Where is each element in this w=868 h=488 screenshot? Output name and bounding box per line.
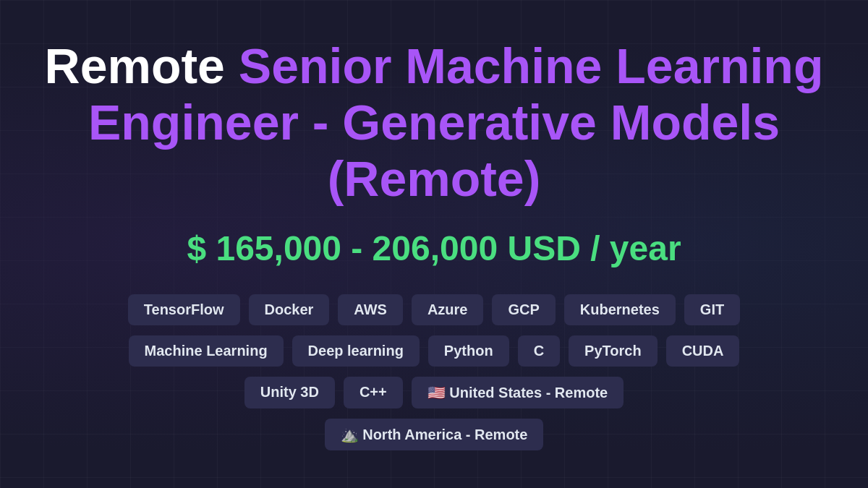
job-title: Remote Senior Machine Learning Engineer … (29, 38, 839, 207)
skill-tag: Machine Learning (129, 335, 284, 367)
skill-tag: C++ (344, 377, 403, 408)
main-container: Remote Senior Machine Learning Engineer … (0, 38, 868, 451)
skill-tag: Kubernetes (564, 294, 676, 325)
skill-tag: Docker (249, 294, 330, 325)
skill-tag: GCP (492, 294, 555, 325)
skill-tag: C (518, 335, 560, 367)
skill-tag: Unity 3D (244, 377, 335, 408)
skill-tag: PyTorch (569, 335, 658, 367)
skill-tag: Azure (412, 294, 484, 325)
skill-tag: CUDA (666, 335, 740, 367)
skill-tag: GIT (684, 294, 740, 325)
tags-row-4: ⛰️ North America - Remote (325, 419, 544, 450)
skill-tag: Deep learning (292, 335, 420, 367)
tags-row-1: TensorFlowDockerAWSAzureGCPKubernetesGIT (128, 294, 740, 325)
tags-row-3: Unity 3DC++🇺🇸 United States - Remote (244, 377, 624, 408)
title-white-part: Remote (45, 38, 225, 93)
tags-container: TensorFlowDockerAWSAzureGCPKubernetesGIT… (29, 294, 839, 450)
skill-tag: AWS (338, 294, 403, 325)
skill-tag: Python (428, 335, 509, 367)
skill-tag: TensorFlow (128, 294, 240, 325)
skill-tag: 🇺🇸 United States - Remote (412, 377, 624, 408)
tags-row-2: Machine LearningDeep learningPythonCPyTo… (129, 335, 740, 367)
salary-range: $ 165,000 - 206,000 USD / year (29, 228, 839, 268)
skill-tag: ⛰️ North America - Remote (325, 419, 544, 450)
